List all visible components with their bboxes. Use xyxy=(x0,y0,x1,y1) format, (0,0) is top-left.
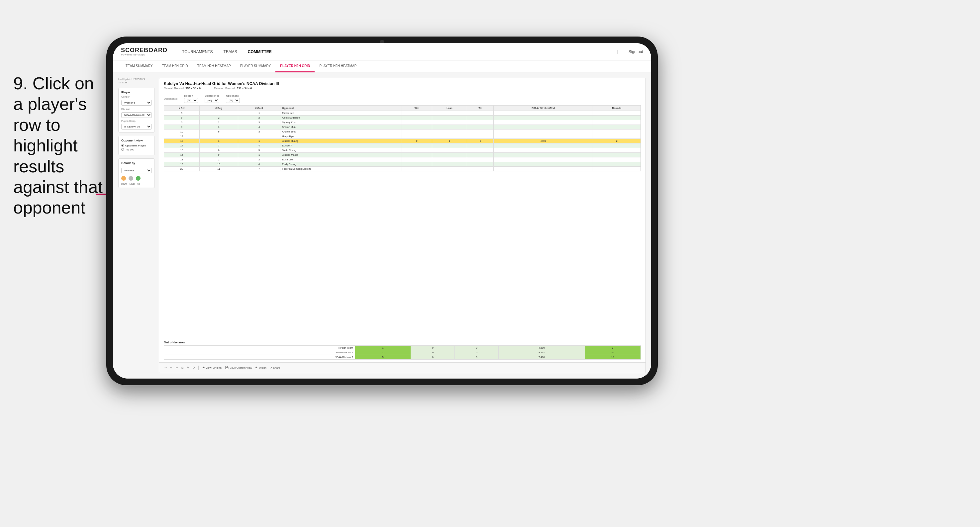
table-row[interactable]: 522Alexis Sudjianto xyxy=(164,116,641,120)
logo-main-text: SCOREBOARD xyxy=(121,47,167,53)
table-cell xyxy=(402,157,432,162)
table-row[interactable]: 12Haejo Hyun xyxy=(164,134,641,139)
instruction-body: Click on a player's row to highlight res… xyxy=(13,74,103,217)
nav-tournaments[interactable]: TOURNAMENTS xyxy=(182,48,213,56)
table-row[interactable]: 31Esther Lee xyxy=(164,111,641,116)
out-of-division-table: Foreign Team1004.5002NAIA Division 11500… xyxy=(164,345,641,360)
share-btn[interactable]: ↗ Share xyxy=(270,366,280,369)
nav-committee[interactable]: COMMITTEE xyxy=(248,48,272,56)
table-cell xyxy=(402,120,432,125)
table-row[interactable]: 19106Emily Chang xyxy=(164,162,641,167)
table-cell xyxy=(402,148,432,153)
table-cell xyxy=(402,116,432,120)
table-cell xyxy=(494,134,593,139)
opponent-select[interactable]: (All) xyxy=(226,98,240,103)
player-select[interactable]: 8. Katelyn Vo xyxy=(121,124,152,130)
region-select[interactable]: (All) xyxy=(184,98,198,103)
table-cell: Jessica Mason xyxy=(280,153,402,157)
table-cell: 9 xyxy=(164,125,200,130)
out-table-row[interactable]: NCAA Division 25007.40010 xyxy=(164,355,641,360)
table-cell: 1 xyxy=(238,153,280,157)
table-row[interactable]: 613Sydney Kuo xyxy=(164,120,641,125)
refresh-btn[interactable]: ⟳ xyxy=(192,366,195,369)
opponents-played-label: Opponents Played xyxy=(125,144,146,147)
table-cell xyxy=(402,162,432,167)
view-original-btn[interactable]: 👁 View: Original xyxy=(202,366,222,369)
overall-record-value: 353 - 34 - 6 xyxy=(185,87,200,90)
table-row[interactable]: 1311Jessica Huang010-3.002 xyxy=(164,139,641,143)
grid-records: Overall Record: 353 - 34 - 6 Division Re… xyxy=(164,87,641,90)
table-cell xyxy=(467,125,494,130)
toolbar-divider xyxy=(198,366,199,370)
top-100-option[interactable]: Top 100 xyxy=(121,148,152,151)
opponents-played-option[interactable]: Opponents Played xyxy=(121,144,152,147)
table-cell xyxy=(494,143,593,148)
table-cell: 10 xyxy=(199,162,238,167)
table-row[interactable]: 1691Jessica Mason xyxy=(164,153,641,157)
sign-out-button[interactable]: Sign out xyxy=(628,49,643,54)
subnav-player-summary[interactable]: PLAYER SUMMARY xyxy=(235,60,275,72)
region-filter-label: Region xyxy=(184,94,198,97)
out-table-cell: 0 xyxy=(455,350,499,355)
table-cell: 4 xyxy=(238,143,280,148)
table-cell xyxy=(593,134,641,139)
redo-btn[interactable]: ↪ xyxy=(170,366,172,369)
out-table-row[interactable]: Foreign Team1004.5002 xyxy=(164,346,641,350)
top-100-radio[interactable] xyxy=(121,148,124,151)
colour-select[interactable]: Win/loss xyxy=(121,168,152,173)
watch-btn[interactable]: 👁 Watch xyxy=(256,366,266,369)
subnav-team-h2h-grid[interactable]: TEAM H2H GRID xyxy=(158,60,192,72)
table-cell xyxy=(494,120,593,125)
col-conf: # Conf xyxy=(238,106,280,111)
nav-teams[interactable]: TEAMS xyxy=(223,48,237,56)
table-cell: 1 xyxy=(432,139,467,143)
table-cell xyxy=(494,148,593,153)
table-cell xyxy=(467,162,494,167)
table-cell xyxy=(593,125,641,130)
table-cell xyxy=(432,120,467,125)
table-cell: 11 xyxy=(199,167,238,171)
sidebar: Last Updated: 27/03/2024 16:55:38 Player… xyxy=(118,78,155,373)
table-cell xyxy=(238,134,280,139)
table-row[interactable]: 1822Euna Lee xyxy=(164,157,641,162)
table-row[interactable]: 1585Stella Cheng xyxy=(164,148,641,153)
table-cell: 18 xyxy=(164,157,200,162)
subnav-team-h2h-heatmap[interactable]: TEAM H2H HEATMAP xyxy=(192,60,235,72)
view-original-label: View: Original xyxy=(206,366,222,369)
table-cell xyxy=(593,143,641,148)
table-cell: 4 xyxy=(238,125,280,130)
table-row[interactable]: 914Sharon Mun xyxy=(164,125,641,130)
edit-btn[interactable]: ✎ xyxy=(187,366,189,369)
subnav-player-h2h-heatmap[interactable]: PLAYER H2H HEATMAP xyxy=(315,60,361,72)
table-cell xyxy=(402,167,432,171)
table-cell: 0 xyxy=(402,139,432,143)
forward-btn[interactable]: ⇨ xyxy=(176,366,178,369)
tablet-screen: SCOREBOARD Powered by clippd TOURNAMENTS… xyxy=(113,43,651,379)
watch-icon: 👁 xyxy=(256,366,258,369)
opponents-played-radio[interactable] xyxy=(121,144,124,147)
table-row[interactable]: 20117Federica Domecq Lacroze xyxy=(164,167,641,171)
subnav-team-summary[interactable]: TEAM SUMMARY xyxy=(121,60,158,72)
table-cell: 12 xyxy=(164,134,200,139)
table-cell xyxy=(432,148,467,153)
subnav-player-h2h-grid[interactable]: PLAYER H2H GRID xyxy=(275,60,315,72)
table-cell xyxy=(494,116,593,120)
undo-btn[interactable]: ↩ xyxy=(164,366,167,369)
save-custom-btn[interactable]: 💾 Save Custom View xyxy=(225,366,252,369)
out-table-row[interactable]: NAIA Division 115009.26730 xyxy=(164,350,641,355)
gender-select[interactable]: Women's xyxy=(121,100,152,106)
top-navigation: SCOREBOARD Powered by clippd TOURNAMENTS… xyxy=(113,43,651,60)
table-cell xyxy=(494,125,593,130)
table-cell: 1 xyxy=(199,139,238,143)
conference-select[interactable]: (All) xyxy=(205,98,219,103)
table-cell xyxy=(402,130,432,134)
watch-label: Watch xyxy=(259,366,266,369)
table-cell xyxy=(467,167,494,171)
copy-btn[interactable]: ⊡ xyxy=(181,366,184,369)
division-select[interactable]: NCAA Division III xyxy=(121,112,152,118)
table-row[interactable]: 1063Andrea York xyxy=(164,130,641,134)
table-cell: Jessica Huang xyxy=(280,139,402,143)
out-table-cell: 15 xyxy=(355,350,410,355)
colour-label-down: Down xyxy=(121,183,127,185)
table-row[interactable]: 1474Eunice Yi xyxy=(164,143,641,148)
